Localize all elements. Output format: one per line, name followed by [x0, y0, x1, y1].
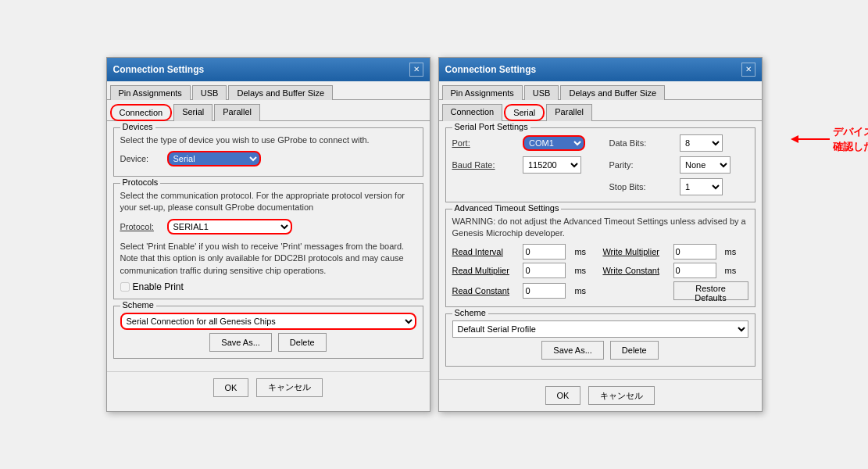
read-interval-unit: ms — [574, 247, 598, 256]
enable-print-row: Enable Print — [120, 281, 416, 292]
devices-group: Devices Select the type of device you wi… — [113, 127, 423, 177]
protocols-group-label: Protocols — [120, 177, 161, 187]
left-scheme-label: Scheme — [120, 300, 156, 310]
annotation-arrow-icon — [791, 131, 830, 147]
protocol-label: Protocol: — [120, 222, 167, 231]
right-scheme-group: Scheme Default Serial Profile Serial Con… — [445, 313, 755, 367]
databits-label: Data Bits: — [609, 138, 674, 148]
left-dialog-content: Devices Select the type of device you wi… — [107, 121, 430, 371]
left-scheme-row: Serial Connection for all Genesis Chips … — [120, 313, 416, 330]
annotation-text: デバイスマネージャーで 確認したCOM番号に変更する — [833, 124, 868, 155]
stopbits-label: Stop Bits: — [609, 182, 674, 192]
left-tab-parallel[interactable]: Parallel — [214, 104, 260, 121]
device-label: Device: — [120, 154, 167, 163]
right-dialog-close[interactable]: ✕ — [741, 63, 755, 77]
right-tab-connection[interactable]: Connection — [442, 104, 503, 121]
left-tab-row2: Connection Serial Parallel — [107, 100, 430, 121]
left-tab-delays[interactable]: Delays and Buffer Size — [228, 85, 333, 100]
right-tab-row2: Connection Serial Parallel — [439, 100, 762, 121]
read-constant-label: Read Constant — [452, 286, 519, 295]
right-save-as-btn[interactable]: Save As... — [541, 341, 604, 360]
right-dialog: Connection Settings ✕ Pin Assignments US… — [438, 57, 763, 413]
advanced-timeout-content: WARNING: do not adjust the Advanced Time… — [452, 216, 748, 301]
parity-select[interactable]: NoneEvenOdd — [680, 156, 730, 174]
advanced-timeout-group: Advanced Timeout Settings WARNING: do no… — [445, 209, 755, 308]
right-dialog-title: Connection Settings — [445, 64, 537, 75]
left-dialog: Connection Settings ✕ Pin Assignments US… — [106, 57, 430, 413]
left-delete-btn[interactable]: Delete — [278, 333, 327, 352]
right-tab-serial[interactable]: Serial — [504, 104, 545, 121]
enable-print-label: Enable Print — [133, 281, 184, 292]
left-tab-serial[interactable]: Serial — [173, 104, 213, 121]
left-tab-row1: Pin Assignments USB Delays and Buffer Si… — [107, 81, 430, 100]
timeout-grid: Read Interval ms Write Multiplier ms Rea… — [452, 244, 748, 300]
right-dialog-content: Serial Port Settings Port: COM1 COM2 COM… — [439, 121, 762, 380]
protocol-field-row: Protocol: SERIAL1 SERIAL2 DDC2BI — [120, 219, 416, 234]
read-multiplier-input[interactable] — [523, 263, 566, 278]
left-scheme-group: Scheme Serial Connection for all Genesis… — [113, 306, 423, 359]
read-constant-input[interactable] — [523, 283, 566, 299]
right-tab-usb[interactable]: USB — [524, 85, 559, 100]
left-scheme-select[interactable]: Serial Connection for all Genesis Chips … — [120, 313, 416, 330]
write-multiplier-input[interactable] — [673, 244, 716, 260]
right-scheme-row: Default Serial Profile Serial Connection… — [452, 320, 748, 338]
left-tab-pin-assignments[interactable]: Pin Assignments — [110, 85, 191, 100]
baud-select[interactable]: 1152005760038400192009600 — [523, 156, 581, 174]
left-dialog-titlebar: Connection Settings ✕ — [107, 58, 430, 81]
right-tab-pin-assignments[interactable]: Pin Assignments — [442, 85, 523, 100]
left-scheme-content: Serial Connection for all Genesis Chips … — [120, 313, 416, 352]
right-bottom-btns: OK キャンセル — [439, 379, 762, 411]
right-scheme-content: Default Serial Profile Serial Connection… — [452, 320, 748, 360]
left-dialog-title: Connection Settings — [113, 64, 205, 75]
left-ok-btn[interactable]: OK — [213, 378, 249, 397]
left-tab-usb[interactable]: USB — [192, 85, 227, 100]
left-cancel-btn[interactable]: キャンセル — [256, 378, 323, 397]
enable-print-checkbox[interactable] — [120, 282, 130, 292]
left-dialog-close[interactable]: ✕ — [409, 63, 423, 77]
write-multiplier-label: Write Multiplier — [602, 247, 668, 256]
serial-port-group-label: Serial Port Settings — [452, 122, 530, 131]
right-dialog-titlebar: Connection Settings ✕ — [439, 58, 762, 81]
serial-port-content: Port: COM1 COM2 COM3 COM4 Data Bits: 876… — [452, 134, 748, 195]
protocols-group-content: Select the communication protocol. For t… — [120, 190, 416, 292]
devices-group-label: Devices — [120, 122, 155, 131]
left-scheme-btns: Save As... Delete — [120, 333, 416, 352]
right-ok-btn[interactable]: OK — [545, 386, 581, 405]
advanced-timeout-label: Advanced Timeout Settings — [452, 203, 562, 213]
devices-desc: Select the type of device you wish to us… — [120, 134, 416, 146]
right-scheme-select[interactable]: Default Serial Profile Serial Connection… — [452, 320, 748, 338]
right-tab-parallel[interactable]: Parallel — [546, 104, 592, 121]
write-constant-unit: ms — [725, 266, 748, 275]
left-tab-connection[interactable]: Connection — [110, 104, 173, 121]
device-field-row: Device: Serial USB Parallel — [120, 151, 416, 166]
read-interval-input[interactable] — [523, 244, 566, 260]
parity-label: Parity: — [609, 160, 674, 170]
port-label: Port: — [452, 138, 517, 148]
restore-defaults-btn[interactable]: Restore Defaults — [673, 281, 748, 300]
right-cancel-btn[interactable]: キャンセル — [588, 386, 655, 405]
left-save-as-btn[interactable]: Save As... — [209, 333, 272, 352]
write-constant-label: Write Constant — [602, 266, 668, 275]
timeout-warning: WARNING: do not adjust the Advanced Time… — [452, 216, 748, 240]
svg-marker-1 — [791, 135, 798, 143]
read-interval-label: Read Interval — [452, 247, 519, 256]
protocols-desc: Select the communication protocol. For t… — [120, 190, 416, 214]
read-multiplier-label: Read Multiplier — [452, 266, 519, 275]
right-scheme-btns: Save As... Delete — [452, 341, 748, 360]
left-bottom-btns: OK キャンセル — [107, 371, 430, 403]
read-multiplier-unit: ms — [574, 266, 598, 275]
serial-port-group: Serial Port Settings Port: COM1 COM2 COM… — [445, 127, 755, 202]
device-select[interactable]: Serial USB Parallel — [167, 151, 261, 166]
protocol-select[interactable]: SERIAL1 SERIAL2 DDC2BI — [167, 219, 292, 234]
annotation-container: デバイスマネージャーで 確認したCOM番号に変更する — [791, 124, 868, 155]
right-delete-btn[interactable]: Delete — [610, 341, 659, 360]
databits-select[interactable]: 8765 — [680, 134, 723, 152]
port-select[interactable]: COM1 COM2 COM3 COM4 — [523, 135, 585, 151]
right-tab-row1: Pin Assignments USB Delays and Buffer Si… — [439, 81, 762, 100]
stopbits-select[interactable]: 11.52 — [680, 178, 723, 195]
right-tab-delays[interactable]: Delays and Buffer Size — [560, 85, 665, 100]
write-multiplier-unit: ms — [725, 247, 748, 256]
write-constant-input[interactable] — [673, 263, 716, 278]
devices-group-content: Select the type of device you wish to us… — [120, 134, 416, 166]
read-constant-unit: ms — [574, 286, 598, 295]
